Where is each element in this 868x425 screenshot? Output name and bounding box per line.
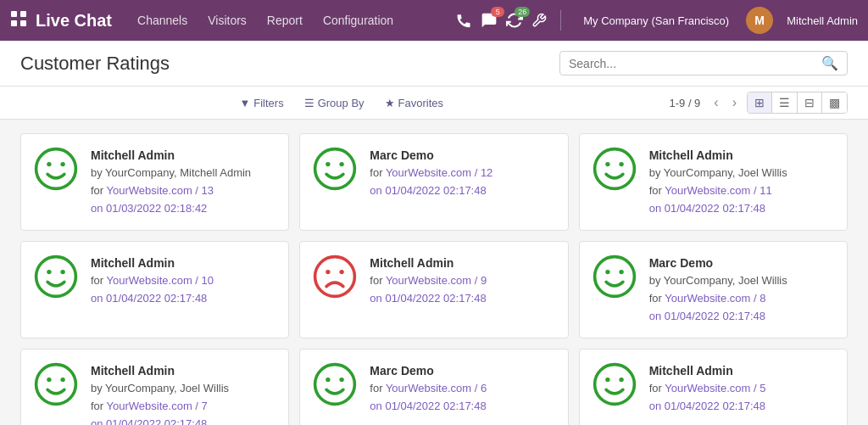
view-chart[interactable]: ▩	[822, 92, 847, 113]
smiley-icon	[592, 146, 637, 195]
company-label: My Company (San Francisco)	[583, 14, 729, 27]
svg-point-12	[619, 162, 623, 166]
main-content: Mitchell Admin by YourCompany, Mitchell …	[0, 120, 868, 425]
card-link[interactable]: YourWebsite.com / 10	[107, 274, 214, 287]
view-table[interactable]: ⊟	[798, 92, 822, 113]
card-name: Marc Demo	[649, 254, 787, 272]
nav-report[interactable]: Report	[259, 8, 311, 32]
smiley-icon	[33, 361, 79, 411]
svg-rect-3	[20, 20, 26, 26]
rating-card[interactable]: Mitchell Admin for YourWebsite.com / 10 …	[20, 241, 289, 338]
card-for: for YourWebsite.com / 8	[649, 290, 787, 308]
svg-point-14	[47, 270, 51, 274]
rating-card[interactable]: Marc Demo by YourCompany, Joel Willis fo…	[579, 241, 848, 338]
rating-card[interactable]: Marc Demo for YourWebsite.com / 6 on 01/…	[299, 349, 568, 425]
refresh-icon[interactable]: 26	[506, 12, 523, 29]
rating-card[interactable]: Mitchell Admin for YourWebsite.com / 5 o…	[579, 349, 848, 425]
card-link[interactable]: YourWebsite.com / 5	[665, 382, 765, 394]
svg-point-18	[340, 270, 344, 274]
card-by: by YourCompany, Joel Willis	[91, 380, 229, 398]
topnav: Live Chat Channels Visitors Report Confi…	[0, 0, 868, 41]
pagination-prev[interactable]: ‹	[710, 93, 721, 112]
card-for: for YourWebsite.com / 5	[649, 380, 766, 398]
svg-point-28	[594, 364, 634, 404]
filters-button[interactable]: ▼ Filters	[231, 93, 292, 113]
search-bar[interactable]: 🔍	[559, 51, 848, 75]
smiley-icon	[33, 146, 79, 195]
card-date: on 01/04/2022 02:17:48	[649, 200, 787, 218]
favorites-button[interactable]: ★ Favorites	[376, 93, 452, 113]
smiley-icon	[592, 254, 637, 303]
card-link[interactable]: YourWebsite.com / 13	[107, 184, 214, 197]
card-date: on 01/04/2022 02:17:48	[649, 308, 787, 326]
search-icon[interactable]: 🔍	[821, 55, 838, 71]
card-link[interactable]: YourWebsite.com / 7	[107, 400, 208, 412]
ratings-grid: Mitchell Admin by YourCompany, Mitchell …	[20, 133, 848, 425]
chat-badge: 5	[491, 7, 504, 17]
smiley-icon	[312, 254, 358, 303]
card-link[interactable]: YourWebsite.com / 9	[386, 274, 487, 287]
filter-icon: ▼	[239, 97, 250, 109]
svg-point-19	[594, 256, 634, 296]
svg-point-16	[315, 256, 355, 296]
card-link[interactable]: YourWebsite.com / 12	[386, 166, 492, 179]
nav-configuration[interactable]: Configuration	[314, 8, 402, 32]
svg-point-9	[340, 162, 344, 166]
svg-point-24	[60, 377, 64, 381]
phone-icon[interactable]	[455, 12, 472, 29]
card-link[interactable]: YourWebsite.com / 8	[665, 292, 765, 305]
chat-icon[interactable]: 5	[481, 12, 498, 29]
pagination-next[interactable]: ›	[729, 93, 740, 112]
view-list[interactable]: ☰	[772, 92, 798, 113]
card-info: Marc Demo by YourCompany, Joel Willis fo…	[649, 254, 787, 326]
svg-point-17	[326, 270, 331, 274]
brand-label[interactable]: Live Chat	[36, 11, 112, 31]
grid-icon[interactable]	[10, 10, 27, 31]
svg-rect-2	[11, 20, 17, 26]
card-info: Mitchell Admin for YourWebsite.com / 10 …	[91, 254, 214, 308]
svg-point-29	[605, 377, 609, 381]
smiley-icon	[33, 254, 79, 303]
card-info: Mitchell Admin by YourCompany, Mitchell …	[91, 146, 251, 218]
view-kanban[interactable]: ⊞	[748, 92, 772, 113]
search-input[interactable]	[569, 57, 821, 70]
svg-point-5	[47, 162, 51, 166]
card-date: on 01/04/2022 02:17:48	[91, 290, 214, 308]
rating-card[interactable]: Mitchell Admin by YourCompany, Mitchell …	[20, 133, 289, 231]
refresh-badge: 26	[515, 7, 530, 17]
group-by-button[interactable]: ☰ Group By	[296, 93, 373, 113]
user-avatar[interactable]: M	[746, 7, 773, 34]
smiley-icon	[312, 361, 358, 411]
card-by: by YourCompany, Joel Willis	[649, 165, 787, 182]
card-date: on 01/04/2022 02:17:48	[370, 290, 487, 308]
svg-point-10	[594, 149, 634, 189]
card-for: for YourWebsite.com / 10	[91, 272, 214, 290]
svg-point-20	[605, 270, 609, 274]
card-date: on 01/04/2022 02:17:48	[649, 398, 766, 416]
rating-card[interactable]: Marc Demo for YourWebsite.com / 12 on 01…	[299, 133, 568, 231]
smiley-icon	[592, 361, 637, 411]
tools-icon[interactable]	[531, 13, 547, 28]
svg-point-6	[60, 162, 64, 166]
card-name: Marc Demo	[370, 146, 492, 165]
card-for: for YourWebsite.com / 12	[370, 165, 492, 182]
page-title: Customer Ratings	[20, 53, 559, 75]
rating-card[interactable]: Mitchell Admin for YourWebsite.com / 9 o…	[299, 241, 568, 338]
card-name: Mitchell Admin	[91, 254, 214, 272]
card-name: Mitchell Admin	[91, 361, 229, 380]
svg-point-15	[60, 270, 64, 274]
card-for: for YourWebsite.com / 11	[649, 182, 787, 200]
card-link[interactable]: YourWebsite.com / 6	[386, 382, 487, 394]
toolbar: ▼ Filters ☰ Group By ★ Favorites 1-9 / 9…	[0, 87, 868, 120]
rating-card[interactable]: Mitchell Admin by YourCompany, Joel Will…	[20, 349, 289, 425]
card-info: Mitchell Admin by YourCompany, Joel Will…	[649, 146, 787, 218]
svg-point-21	[619, 270, 623, 274]
rating-card[interactable]: Mitchell Admin by YourCompany, Joel Will…	[579, 133, 848, 231]
card-info: Mitchell Admin for YourWebsite.com / 5 o…	[649, 361, 766, 416]
nav-visitors[interactable]: Visitors	[199, 8, 255, 32]
card-link[interactable]: YourWebsite.com / 11	[665, 184, 771, 197]
card-info: Marc Demo for YourWebsite.com / 6 on 01/…	[370, 361, 487, 416]
nav-channels[interactable]: Channels	[129, 8, 196, 32]
card-for: for YourWebsite.com / 9	[370, 272, 487, 290]
card-by: by YourCompany, Joel Willis	[649, 272, 787, 290]
